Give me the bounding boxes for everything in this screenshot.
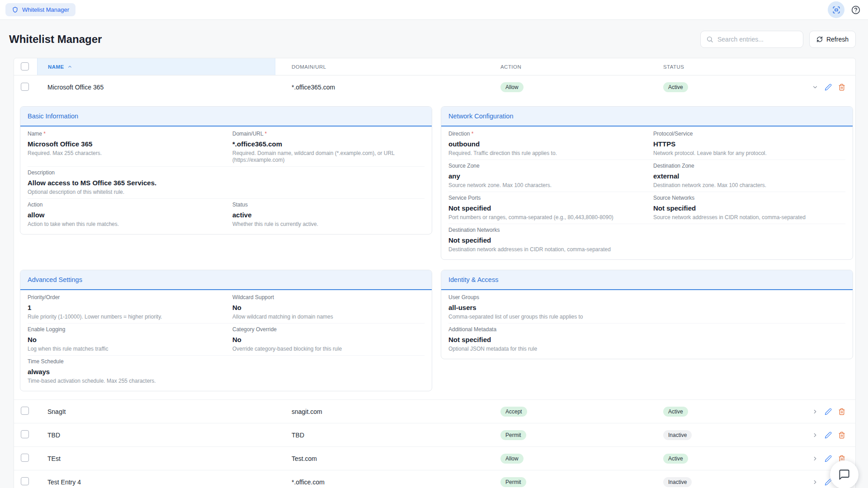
table-header-row: NAME DOMAIN/URL ACTION STATUS [14, 58, 855, 75]
delete-button[interactable] [837, 431, 846, 440]
edit-button[interactable] [824, 454, 833, 463]
column-header-status[interactable]: STATUS [656, 64, 810, 70]
field-label: Service Ports [448, 195, 641, 202]
field-value: Not specified [448, 235, 641, 245]
row-name: SnagIt [37, 408, 275, 415]
detail-field: Time Schedule always Time-based activati… [28, 358, 220, 385]
detail-field: Name * Microsoft Office 365 Required. Ma… [28, 131, 220, 164]
field-value: allow [28, 210, 220, 220]
detail-field: Status active Whether this rule is curre… [232, 202, 425, 228]
field-value: Microsoft Office 365 [28, 139, 220, 149]
chevron-right-icon [812, 432, 818, 438]
select-all-checkbox[interactable] [21, 62, 29, 70]
required-asterisk: * [42, 131, 46, 137]
detail-field: Priority/Order 1 Rule priority (1-10000)… [28, 294, 220, 320]
field-help: Destination network zone. Max 100 charac… [653, 182, 845, 189]
status-badge: Active [663, 82, 688, 92]
detail-field: Domain/URL * *.office365.com Required. D… [232, 131, 425, 164]
row-checkbox[interactable] [21, 83, 29, 91]
field-help: Required. Domain name, wildcard domain (… [232, 150, 425, 164]
edit-button[interactable] [824, 431, 833, 440]
help-button[interactable] [851, 5, 861, 15]
field-value: *.office365.com [232, 139, 425, 149]
field-label: Source Networks [653, 195, 845, 202]
app-badge[interactable]: Whitelist Manager [5, 3, 75, 16]
search-input[interactable] [717, 36, 797, 43]
field-value: Not specified [448, 203, 641, 213]
detail-field: Service Ports Not specified Port numbers… [448, 195, 641, 221]
detail-field: Direction * outbound Required. Traffic d… [448, 131, 641, 157]
field-value: Allow access to MS Office 365 Services. [28, 178, 220, 188]
detail-field-row: Enable Logging No Log when this rule mat… [28, 324, 425, 356]
detail-field-row: Source Zone any Source network zone. Max… [448, 160, 845, 192]
column-header-domain[interactable]: DOMAIN/URL [275, 64, 493, 70]
field-help: Time-based activation schedule. Max 255 … [28, 378, 220, 385]
field-label: Domain/URL * [232, 131, 425, 137]
row-domain: *.office.com [275, 479, 493, 486]
expand-button[interactable] [811, 478, 819, 486]
detail-field-row: Name * Microsoft Office 365 Required. Ma… [28, 128, 425, 167]
field-help: Allow wildcard matching in domain names [232, 314, 425, 320]
expand-button[interactable] [811, 408, 819, 416]
row-domain: *.office365.com [275, 84, 493, 91]
expand-button[interactable] [811, 431, 819, 439]
row-name: Microsoft Office 365 [37, 84, 275, 91]
chat-button[interactable] [830, 460, 859, 488]
required-asterisk: * [470, 131, 473, 137]
row-checkbox[interactable] [21, 477, 29, 485]
field-help: Optional JSON metadata for this rule [448, 346, 641, 352]
field-label: Protocol/Service [653, 131, 845, 137]
edit-button[interactable] [824, 407, 833, 416]
field-label: Source Zone [448, 163, 641, 169]
action-badge: Allow [500, 454, 524, 464]
panel-network-configuration: Network Configuration Direction * outbou… [441, 106, 853, 260]
field-help: Log when this rule matches traffic [28, 346, 220, 352]
panel-title: Advanced Settings [28, 276, 82, 283]
field-label: Additional Metadata [448, 326, 641, 333]
detail-field: Description Allow access to MS Office 36… [28, 169, 220, 196]
row-checkbox[interactable] [21, 430, 29, 438]
detail-field: Additional Metadata Not specified Option… [448, 326, 641, 352]
row-checkbox[interactable] [21, 407, 29, 415]
search-icon [706, 36, 713, 43]
table-row: TBD TBD Permit Inactive [14, 423, 855, 446]
top-bar: Whitelist Manager [0, 0, 868, 20]
field-value: outbound [448, 139, 641, 149]
refresh-button[interactable]: Refresh [809, 31, 856, 48]
column-header-action[interactable]: ACTION [493, 64, 656, 70]
panel-title: Basic Information [28, 113, 78, 120]
fullscreen-icon [832, 6, 840, 14]
detail-field: Enable Logging No Log when this rule mat… [28, 326, 220, 352]
field-label: Time Schedule [28, 358, 220, 365]
field-label: User Groups [448, 294, 641, 301]
delete-button[interactable] [837, 83, 846, 92]
expand-button[interactable] [811, 83, 819, 91]
field-help: Action to take when this rule matches. [28, 221, 220, 228]
refresh-label: Refresh [826, 36, 849, 43]
column-header-name[interactable]: NAME [37, 58, 275, 75]
panel-title: Identity & Access [448, 276, 498, 283]
refresh-icon [816, 36, 823, 42]
status-badge: Active [663, 407, 688, 417]
table-row: Microsoft Office 365 *.office365.com All… [14, 75, 855, 99]
edit-button[interactable] [824, 83, 833, 92]
field-value: all-users [448, 303, 641, 312]
topbar-actions [828, 1, 861, 18]
delete-button[interactable] [837, 407, 846, 416]
field-help: Optional description of this whitelist r… [28, 189, 220, 196]
row-checkbox[interactable] [21, 454, 29, 462]
rule-detail-section: Basic Information Name * Microsoft Offic… [14, 99, 855, 399]
search-box [700, 31, 803, 48]
expand-button[interactable] [811, 455, 819, 463]
field-help: Source network addresses in CIDR notatio… [653, 214, 845, 221]
detail-field: Source Networks Not specified Source net… [653, 195, 845, 221]
table-body: Microsoft Office 365 *.office365.com All… [14, 75, 855, 488]
field-value: No [232, 303, 425, 312]
field-label: Wildcard Support [232, 294, 425, 301]
fullscreen-button[interactable] [828, 1, 844, 18]
field-value: Not specified [448, 335, 641, 344]
detail-field: Destination Networks Not specified Desti… [448, 227, 641, 253]
row-name: Test Entry 4 [37, 479, 275, 486]
field-help: Network protocol. Leave blank for any pr… [653, 150, 845, 157]
status-badge: Active [663, 454, 688, 464]
